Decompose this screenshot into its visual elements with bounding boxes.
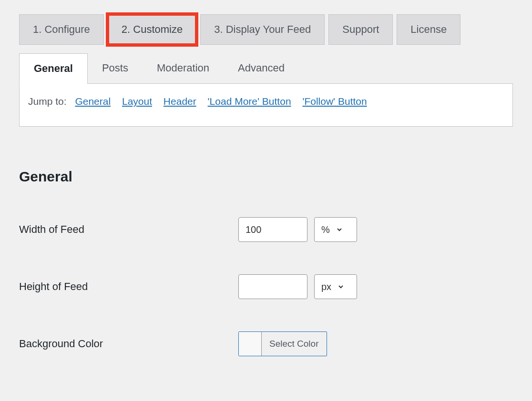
subtab-moderation[interactable]: Moderation bbox=[143, 53, 224, 83]
subtab-advanced[interactable]: Advanced bbox=[224, 53, 299, 83]
row-height: Height of Feed px bbox=[19, 274, 513, 299]
controls-height: px bbox=[238, 274, 357, 299]
subtab-general[interactable]: General bbox=[19, 53, 88, 84]
tab-customize[interactable]: 2. Customize bbox=[108, 14, 196, 45]
color-picker-label: Select Color bbox=[262, 332, 327, 356]
controls-bgcolor: Select Color bbox=[238, 331, 327, 356]
label-width: Width of Feed bbox=[19, 223, 238, 236]
select-height-unit[interactable]: px bbox=[314, 274, 357, 299]
label-bgcolor: Background Color bbox=[19, 338, 238, 350]
jump-link-layout[interactable]: Layout bbox=[122, 96, 152, 107]
select-height-unit-value: px bbox=[321, 281, 331, 292]
label-height: Height of Feed bbox=[19, 281, 238, 293]
jump-link-general[interactable]: General bbox=[75, 96, 111, 107]
section-general-heading: General bbox=[19, 169, 513, 185]
chevron-down-icon bbox=[336, 226, 343, 233]
select-width-unit[interactable]: % bbox=[314, 217, 357, 242]
subtab-posts[interactable]: Posts bbox=[88, 53, 143, 83]
tab-support[interactable]: Support bbox=[328, 14, 393, 45]
input-width[interactable] bbox=[238, 217, 307, 242]
sub-tabs-row: General Posts Moderation Advanced bbox=[19, 53, 513, 84]
jump-link-follow[interactable]: 'Follow' Button bbox=[302, 96, 367, 107]
tab-configure[interactable]: 1. Configure bbox=[19, 14, 104, 45]
chevron-down-icon bbox=[337, 283, 345, 291]
color-swatch-icon bbox=[239, 332, 262, 356]
jump-link-header[interactable]: Header bbox=[164, 96, 196, 107]
jump-to-label: Jump to: bbox=[28, 96, 67, 107]
row-width: Width of Feed % bbox=[19, 217, 513, 242]
tab-display-feed[interactable]: 3. Display Your Feed bbox=[200, 14, 325, 45]
color-picker-button[interactable]: Select Color bbox=[238, 331, 327, 356]
select-width-unit-value: % bbox=[321, 224, 330, 235]
input-height[interactable] bbox=[238, 274, 307, 299]
tab-license[interactable]: License bbox=[397, 14, 460, 45]
jump-link-load-more[interactable]: 'Load More' Button bbox=[208, 96, 291, 107]
controls-width: % bbox=[238, 217, 357, 242]
main-tabs-row: 1. Configure 2. Customize 3. Display You… bbox=[19, 14, 513, 45]
row-bgcolor: Background Color Select Color bbox=[19, 331, 513, 356]
jump-to-panel: Jump to: General Layout Header 'Load Mor… bbox=[19, 84, 513, 127]
